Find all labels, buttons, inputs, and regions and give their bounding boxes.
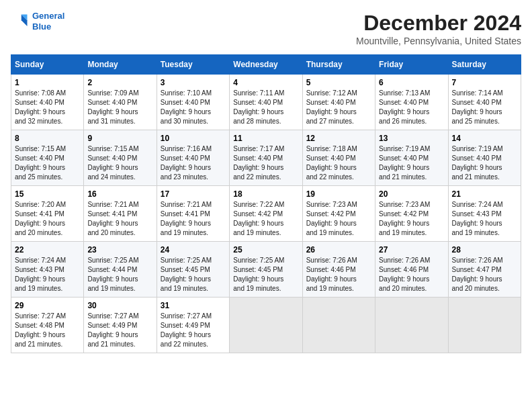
- calendar-cell: 20 Sunrise: 7:23 AMSunset: 4:42 PMDaylig…: [375, 186, 448, 242]
- day-info: Sunrise: 7:21 AMSunset: 4:41 PMDaylight:…: [161, 200, 226, 238]
- day-number: 10: [161, 134, 226, 143]
- logo-text: General Blue: [32, 11, 64, 32]
- day-info: Sunrise: 7:26 AMSunset: 4:47 PMDaylight:…: [452, 256, 517, 293]
- day-number: 16: [87, 189, 152, 199]
- day-info: Sunrise: 7:21 AMSunset: 4:41 PMDaylight:…: [87, 200, 152, 238]
- calendar-cell: 10 Sunrise: 7:16 AMSunset: 4:40 PMDaylig…: [157, 130, 229, 186]
- week-row-2: 8 Sunrise: 7:15 AMSunset: 4:40 PMDayligh…: [11, 130, 521, 186]
- day-info: Sunrise: 7:14 AMSunset: 4:40 PMDaylight:…: [452, 89, 517, 126]
- day-number: 15: [15, 189, 80, 199]
- day-number: 9: [87, 134, 152, 143]
- day-number: 23: [87, 245, 152, 255]
- header-row: SundayMondayTuesdayWednesdayThursdayFrid…: [11, 55, 521, 75]
- calendar-cell: 13 Sunrise: 7:19 AMSunset: 4:40 PMDaylig…: [375, 130, 448, 186]
- calendar-cell: 9 Sunrise: 7:15 AMSunset: 4:40 PMDayligh…: [84, 130, 157, 186]
- calendar-cell: 31 Sunrise: 7:27 AMSunset: 4:49 PMDaylig…: [157, 298, 229, 353]
- calendar-cell: [375, 298, 448, 353]
- header-monday: Monday: [84, 55, 157, 75]
- calendar-cell: 19 Sunrise: 7:23 AMSunset: 4:42 PMDaylig…: [302, 186, 375, 242]
- day-info: Sunrise: 7:26 AMSunset: 4:46 PMDaylight:…: [306, 256, 371, 293]
- day-number: 3: [161, 78, 226, 87]
- day-info: Sunrise: 7:26 AMSunset: 4:46 PMDaylight:…: [379, 256, 444, 293]
- day-number: 4: [233, 78, 298, 87]
- calendar-cell: 11 Sunrise: 7:17 AMSunset: 4:40 PMDaylig…: [230, 130, 302, 186]
- calendar-cell: 17 Sunrise: 7:21 AMSunset: 4:41 PMDaylig…: [157, 186, 229, 242]
- day-number: 31: [161, 301, 226, 310]
- calendar-cell: 2 Sunrise: 7:09 AMSunset: 4:40 PMDayligh…: [84, 75, 157, 130]
- day-info: Sunrise: 7:16 AMSunset: 4:40 PMDaylight:…: [161, 144, 226, 182]
- day-number: 11: [233, 134, 298, 143]
- page-header: General Blue December 2024 Mountville, P…: [11, 11, 521, 46]
- month-title: December 2024: [356, 11, 521, 36]
- logo-icon: [11, 12, 30, 31]
- day-number: 18: [233, 189, 298, 199]
- calendar-cell: 14 Sunrise: 7:19 AMSunset: 4:40 PMDaylig…: [448, 130, 521, 186]
- week-row-5: 29 Sunrise: 7:27 AMSunset: 4:48 PMDaylig…: [11, 298, 521, 353]
- day-info: Sunrise: 7:25 AMSunset: 4:45 PMDaylight:…: [233, 256, 298, 293]
- day-number: 29: [15, 301, 80, 310]
- day-info: Sunrise: 7:12 AMSunset: 4:40 PMDaylight:…: [306, 89, 371, 126]
- day-info: Sunrise: 7:24 AMSunset: 4:43 PMDaylight:…: [452, 200, 517, 238]
- calendar-cell: 5 Sunrise: 7:12 AMSunset: 4:40 PMDayligh…: [302, 75, 375, 130]
- logo-line1: General: [32, 11, 64, 21]
- day-number: 6: [379, 78, 444, 87]
- header-tuesday: Tuesday: [157, 55, 229, 75]
- day-info: Sunrise: 7:15 AMSunset: 4:40 PMDaylight:…: [15, 144, 80, 182]
- calendar-cell: 27 Sunrise: 7:26 AMSunset: 4:46 PMDaylig…: [375, 242, 448, 298]
- day-number: 28: [452, 245, 517, 255]
- day-number: 24: [161, 245, 226, 255]
- week-row-1: 1 Sunrise: 7:08 AMSunset: 4:40 PMDayligh…: [11, 75, 521, 130]
- day-number: 21: [452, 189, 517, 199]
- calendar-cell: 29 Sunrise: 7:27 AMSunset: 4:48 PMDaylig…: [11, 298, 84, 353]
- day-number: 27: [379, 245, 444, 255]
- calendar-cell: 16 Sunrise: 7:21 AMSunset: 4:41 PMDaylig…: [84, 186, 157, 242]
- day-info: Sunrise: 7:15 AMSunset: 4:40 PMDaylight:…: [87, 144, 152, 182]
- calendar-cell: 7 Sunrise: 7:14 AMSunset: 4:40 PMDayligh…: [448, 75, 521, 130]
- calendar-cell: 25 Sunrise: 7:25 AMSunset: 4:45 PMDaylig…: [230, 242, 302, 298]
- day-number: 22: [15, 245, 80, 255]
- day-info: Sunrise: 7:25 AMSunset: 4:45 PMDaylight:…: [161, 256, 226, 293]
- day-number: 2: [87, 78, 152, 87]
- day-info: Sunrise: 7:22 AMSunset: 4:42 PMDaylight:…: [233, 200, 298, 238]
- day-info: Sunrise: 7:13 AMSunset: 4:40 PMDaylight:…: [379, 89, 444, 126]
- calendar-cell: 1 Sunrise: 7:08 AMSunset: 4:40 PMDayligh…: [11, 75, 84, 130]
- day-info: Sunrise: 7:09 AMSunset: 4:40 PMDaylight:…: [87, 89, 152, 126]
- day-number: 1: [15, 78, 80, 87]
- day-number: 12: [306, 134, 371, 143]
- calendar-cell: 18 Sunrise: 7:22 AMSunset: 4:42 PMDaylig…: [230, 186, 302, 242]
- header-friday: Friday: [375, 55, 448, 75]
- logo: General Blue: [11, 11, 64, 32]
- day-info: Sunrise: 7:24 AMSunset: 4:43 PMDaylight:…: [15, 256, 80, 293]
- day-info: Sunrise: 7:17 AMSunset: 4:40 PMDaylight:…: [233, 144, 298, 182]
- calendar-cell: 22 Sunrise: 7:24 AMSunset: 4:43 PMDaylig…: [11, 242, 84, 298]
- day-number: 26: [306, 245, 371, 255]
- calendar-cell: 23 Sunrise: 7:25 AMSunset: 4:44 PMDaylig…: [84, 242, 157, 298]
- day-info: Sunrise: 7:27 AMSunset: 4:49 PMDaylight:…: [87, 312, 152, 349]
- calendar-cell: [448, 298, 521, 353]
- calendar-cell: 26 Sunrise: 7:26 AMSunset: 4:46 PMDaylig…: [302, 242, 375, 298]
- week-row-4: 22 Sunrise: 7:24 AMSunset: 4:43 PMDaylig…: [11, 242, 521, 298]
- calendar-cell: [230, 298, 302, 353]
- calendar-cell: 21 Sunrise: 7:24 AMSunset: 4:43 PMDaylig…: [448, 186, 521, 242]
- day-number: 8: [15, 134, 80, 143]
- header-sunday: Sunday: [11, 55, 84, 75]
- day-number: 30: [87, 301, 152, 310]
- header-thursday: Thursday: [302, 55, 375, 75]
- day-info: Sunrise: 7:25 AMSunset: 4:44 PMDaylight:…: [87, 256, 152, 293]
- calendar-cell: 30 Sunrise: 7:27 AMSunset: 4:49 PMDaylig…: [84, 298, 157, 353]
- day-number: 5: [306, 78, 371, 87]
- day-number: 14: [452, 134, 517, 143]
- header-saturday: Saturday: [448, 55, 521, 75]
- calendar-cell: 12 Sunrise: 7:18 AMSunset: 4:40 PMDaylig…: [302, 130, 375, 186]
- calendar-cell: 24 Sunrise: 7:25 AMSunset: 4:45 PMDaylig…: [157, 242, 229, 298]
- header-wednesday: Wednesday: [230, 55, 302, 75]
- day-info: Sunrise: 7:19 AMSunset: 4:40 PMDaylight:…: [452, 144, 517, 182]
- day-info: Sunrise: 7:08 AMSunset: 4:40 PMDaylight:…: [15, 89, 80, 126]
- location: Mountville, Pennsylvania, United States: [356, 36, 521, 46]
- day-number: 19: [306, 189, 371, 199]
- calendar-cell: 28 Sunrise: 7:26 AMSunset: 4:47 PMDaylig…: [448, 242, 521, 298]
- day-info: Sunrise: 7:27 AMSunset: 4:48 PMDaylight:…: [15, 312, 80, 349]
- day-number: 7: [452, 78, 517, 87]
- day-info: Sunrise: 7:18 AMSunset: 4:40 PMDaylight:…: [306, 144, 371, 182]
- calendar-cell: 15 Sunrise: 7:20 AMSunset: 4:41 PMDaylig…: [11, 186, 84, 242]
